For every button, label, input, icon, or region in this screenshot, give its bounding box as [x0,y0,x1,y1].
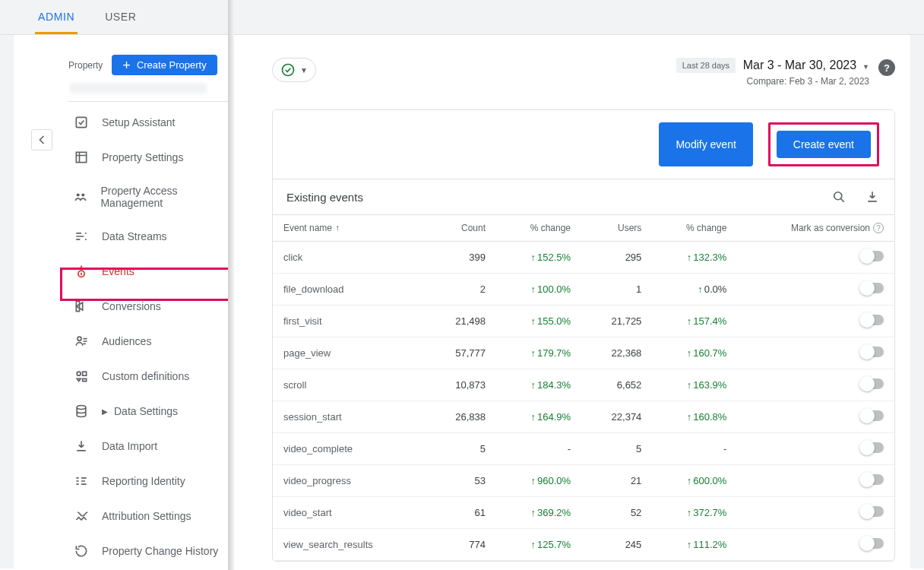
check-circle-icon [280,62,296,78]
event-conversion-toggle-cell [737,242,894,274]
table-row: scroll10,873↑184.3%6,652↑163.9% [273,369,894,401]
event-name: view_search_results [273,529,426,561]
table-row: view_search_results774↑125.7%245↑111.2% [273,529,894,561]
conversion-toggle[interactable] [861,315,884,325]
create-property-button[interactable]: + Create Property [112,55,217,75]
event-name: video_progress [273,465,426,497]
sidebar-item-data-streams[interactable]: Data Streams [59,219,242,254]
sidebar-item-label: Custom definitions [102,370,189,382]
event-name: first_visit [273,306,426,337]
attribution-icon [73,508,90,524]
conversion-toggle[interactable] [861,538,884,549]
create-event-button[interactable]: Create event [777,131,871,158]
date-range-text: Mar 3 - Mar 30, 2023 [743,59,856,72]
sidebar-item-events[interactable]: Events [59,254,242,289]
col-event-name[interactable]: Event name↑ [273,215,426,242]
help-tooltip-icon[interactable]: ? [873,223,884,233]
svg-point-3 [81,193,84,196]
svg-point-10 [834,192,842,200]
people-icon [73,189,88,204]
col-count-change[interactable]: % change [496,215,581,242]
modify-event-button[interactable]: Modify event [659,122,752,166]
event-users: 1 [581,274,652,306]
property-name-blurred [70,83,207,93]
tab-user[interactable]: USER [102,0,139,34]
col-users[interactable]: Users [581,215,652,242]
svg-point-8 [77,406,86,410]
download-icon[interactable] [864,188,881,205]
conversion-toggle[interactable] [861,283,884,293]
tab-admin[interactable]: ADMIN [35,0,78,34]
sidebar-item-property-change-history[interactable]: Property Change History [59,534,242,568]
event-users: 21 [581,465,652,497]
event-conversion-toggle-cell [737,369,894,401]
event-count: 61 [426,497,496,529]
date-range-picker[interactable]: Mar 3 - Mar 30, 2023 [743,59,869,72]
conversion-toggle[interactable] [861,378,884,389]
sidebar-item-conversions[interactable]: Conversions [59,289,242,324]
checklist-icon [73,115,90,130]
flag-icon [73,299,90,314]
conversion-toggle[interactable] [861,474,884,485]
table-row: session_start26,838↑164.9%22,374↑160.8% [273,401,894,433]
svg-rect-1 [76,152,86,162]
col-users-change[interactable]: % change [652,215,737,242]
sidebar-item-label: Events [102,265,134,277]
svg-rect-0 [76,117,86,127]
chevron-down-icon [859,59,869,72]
sidebar-item-label: Property Change History [102,545,218,557]
conversion-toggle[interactable] [861,506,884,517]
back-arrow-button[interactable] [31,129,52,150]
sidebar-item-audiences[interactable]: Audiences [59,324,242,359]
shapes-icon [73,369,90,384]
col-count[interactable]: Count [426,215,496,242]
sidebar-item-label: Data Streams [102,230,167,242]
scroll-divider [228,0,234,570]
compare-range-text: Compare: Feb 3 - Mar 2, 2023 [676,76,869,87]
event-users-change: ↑160.8% [652,401,737,433]
chevron-down-icon: ▼ [300,66,308,74]
sidebar-item-custom-definitions[interactable]: Custom definitions [59,359,242,394]
table-row: first_visit21,498↑155.0%21,725↑157.4% [273,306,894,337]
history-icon [73,543,90,559]
event-name: file_download [273,274,426,306]
sidebar-item-reporting-identity[interactable]: Reporting Identity [59,464,242,499]
conversion-toggle[interactable] [861,442,884,453]
event-users: 22,368 [581,337,652,369]
conversion-toggle[interactable] [861,410,884,421]
conversion-toggle[interactable] [861,347,884,357]
table-row: click399↑152.5%295↑132.3% [273,242,894,274]
event-count-change: ↑179.7% [496,337,581,369]
sidebar-item-data-import[interactable]: Data Import [59,429,242,464]
event-users-change: ↑372.7% [652,497,737,529]
sidebar-item-property-settings[interactable]: Property Settings [59,140,242,175]
events-card: Modify event Create event Existing event… [272,109,895,562]
help-icon[interactable]: ? [878,59,895,76]
event-count: 774 [426,529,496,561]
event-count: 399 [426,242,496,274]
caret-right-icon: ▶ [102,407,108,416]
event-count: 5 [426,433,496,465]
conversion-toggle[interactable] [861,251,884,261]
event-name: page_view [273,337,426,369]
svg-point-6 [77,372,81,375]
event-conversion-toggle-cell [737,465,894,497]
event-users-change: - [652,433,737,465]
svg-point-5 [78,337,81,340]
sidebar-item-label: Attribution Settings [102,510,191,522]
sidebar-item-setup-assistant[interactable]: Setup Assistant [59,105,242,140]
upload-icon [73,439,90,454]
search-icon[interactable] [831,188,847,205]
event-users: 22,374 [581,401,652,433]
sidebar-item-label: Setup Assistant [102,116,176,128]
sidebar-item-attribution-settings[interactable]: Attribution Settings [59,499,242,534]
event-users: 6,652 [581,369,652,401]
sidebar-item-property-access-management[interactable]: Property Access Management [59,175,242,219]
sort-ascending-icon: ↑ [335,223,340,233]
sidebar-item-data-settings[interactable]: ▶Data Settings [59,394,242,429]
top-tabs: ADMIN USER [0,0,924,35]
table-row: file_download2↑100.0%1↑0.0% [273,274,894,306]
sidebar-item-label: Data Import [102,440,157,452]
event-users: 5 [581,433,652,465]
status-filter-pill[interactable]: ▼ [272,58,316,82]
